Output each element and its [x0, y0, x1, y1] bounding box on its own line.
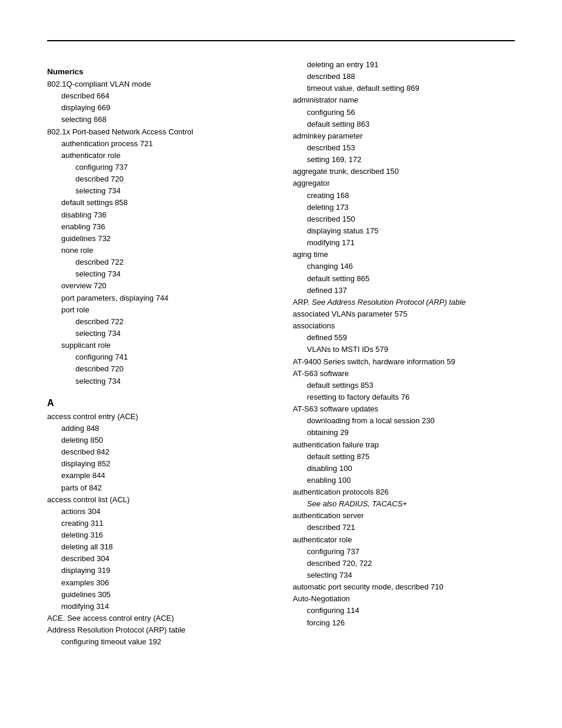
index-entry: selecting 734: [47, 268, 269, 280]
index-entry: deleting 850: [47, 434, 269, 446]
entry-group: 802.1Q-compliant VLAN modedescribed 664d…: [47, 78, 269, 387]
index-entry: changing 146: [293, 261, 515, 272]
index-entry: associated VLANs parameter 575: [293, 308, 515, 320]
index-entry: defined 137: [293, 285, 515, 297]
index-entry: default setting 863: [293, 118, 515, 130]
index-entry: authentication process 721: [47, 138, 269, 150]
index-entry: disabling 736: [47, 209, 269, 221]
index-entry: described 304: [47, 553, 269, 565]
index-entry: supplicant role: [47, 340, 269, 351]
index-entry: described 720: [47, 173, 269, 185]
right-column: deleting an entry 191described 188timeou…: [293, 59, 515, 648]
index-entry: AT-S63 software: [293, 368, 515, 380]
index-entry: deleting an entry 191: [293, 59, 515, 71]
index-entry: associations: [293, 320, 515, 332]
index-entry: described 721: [293, 522, 515, 533]
index-entry: defined 559: [293, 332, 515, 344]
index-entry: guidelines 732: [47, 233, 269, 245]
index-entry: configuring timeout value 192: [47, 636, 269, 648]
index-entry: deleting all 318: [47, 541, 269, 553]
entry-group: access control entry (ACE)adding 848dele…: [47, 411, 269, 648]
index-entry: authenticator role: [293, 534, 515, 546]
index-entry: guidelines 305: [47, 589, 269, 601]
index-entry: modifying 314: [47, 601, 269, 612]
index-entry: actions 304: [47, 506, 269, 518]
index-entry: displaying 669: [47, 102, 269, 114]
index-entry: displaying status 175: [293, 225, 515, 237]
index-entry: administrator name: [293, 94, 515, 106]
index-entry: obtaining 29: [293, 427, 515, 439]
index-entry: forcing 126: [293, 617, 515, 629]
index-entry: deleting 173: [293, 202, 515, 213]
index-entry: aggregate trunk, described 150: [293, 166, 515, 177]
index-entry: selecting 734: [47, 328, 269, 340]
index-entry: none role: [47, 245, 269, 256]
index-entry: adminkey parameter: [293, 130, 515, 142]
index-entry: aging time: [293, 249, 515, 261]
index-entry: Auto-Negotiation: [293, 593, 515, 605]
left-column: Numerics802.1Q-compliant VLAN modedescri…: [47, 59, 269, 648]
index-entry: authentication protocols 826: [293, 486, 515, 498]
index-entry: selecting 668: [47, 114, 269, 126]
entry-group: deleting an entry 191described 188timeou…: [293, 59, 515, 629]
index-entry: modifying 171: [293, 237, 515, 249]
index-entry: setting 169, 172: [293, 154, 515, 166]
index-entry: resetting to factory defaults 76: [293, 391, 515, 403]
section-letter: A: [47, 398, 269, 409]
index-entry: downloading from a local session 230: [293, 415, 515, 427]
index-entry: described 150: [293, 213, 515, 225]
index-entry: described 664: [47, 90, 269, 102]
index-entry: access control entry (ACE): [47, 411, 269, 423]
index-columns: Numerics802.1Q-compliant VLAN modedescri…: [47, 59, 515, 648]
title-divider: [47, 40, 515, 41]
index-entry: VLANs to MSTI IDs 579: [293, 344, 515, 355]
index-entry: selecting 734: [293, 569, 515, 581]
index-entry: described 188: [293, 71, 515, 83]
index-entry: displaying 319: [47, 565, 269, 577]
index-entry: disabling 100: [293, 463, 515, 475]
index-entry: configuring 56: [293, 107, 515, 118]
index-entry: creating 311: [47, 518, 269, 529]
index-entry: creating 168: [293, 190, 515, 202]
index-entry: configuring 737: [47, 162, 269, 173]
index-entry: AT-S63 software updates: [293, 403, 515, 415]
index-entry: 802.1Q-compliant VLAN mode: [47, 78, 269, 90]
index-entry: default settings 853: [293, 380, 515, 391]
index-entry: described 722: [47, 256, 269, 268]
index-entry: ARP. See Address Resolution Protocol (AR…: [293, 297, 515, 308]
index-entry: described 153: [293, 142, 515, 154]
index-entry: overview 720: [47, 280, 269, 292]
index-entry: 802.1x Port-based Network Access Control: [47, 126, 269, 138]
index-entry: deleting 316: [47, 529, 269, 541]
index-entry: examples 306: [47, 577, 269, 589]
index-entry: authentication server: [293, 510, 515, 522]
index-entry: default setting 875: [293, 451, 515, 463]
index-entry: timeout value, default setting 869: [293, 83, 515, 94]
index-entry: Address Resolution Protocol (ARP) table: [47, 624, 269, 636]
index-entry: default settings 858: [47, 197, 269, 209]
index-entry: configuring 741: [47, 351, 269, 363]
index-entry: automatic port security mode, described …: [293, 581, 515, 593]
index-entry: enabling 100: [293, 475, 515, 486]
index-entry: example 844: [47, 470, 269, 482]
index-entry: authentication failure trap: [293, 439, 515, 451]
index-entry: selecting 734: [47, 185, 269, 197]
index-entry: configuring 737: [293, 546, 515, 558]
index-entry: default setting 865: [293, 273, 515, 285]
index-entry: aggregator: [293, 177, 515, 189]
index-entry: described 842: [47, 446, 269, 458]
index-entry: configuring 114: [293, 605, 515, 617]
index-entry: See also RADIUS, TACACS+: [293, 498, 515, 510]
index-entry: described 720: [47, 363, 269, 375]
index-entry: described 720, 722: [293, 558, 515, 569]
index-entry: access control list (ACL): [47, 494, 269, 506]
index-entry: enabling 736: [47, 221, 269, 233]
page: Numerics802.1Q-compliant VLAN modedescri…: [0, 0, 562, 728]
index-entry: port parameters, displaying 744: [47, 292, 269, 304]
index-entry: port role: [47, 304, 269, 316]
index-entry: described 722: [47, 316, 269, 328]
index-entry: AT-9400 Series switch, hardware informat…: [293, 356, 515, 368]
index-entry: selecting 734: [47, 375, 269, 387]
index-entry: parts of 842: [47, 482, 269, 494]
section-heading: Numerics: [47, 67, 269, 76]
